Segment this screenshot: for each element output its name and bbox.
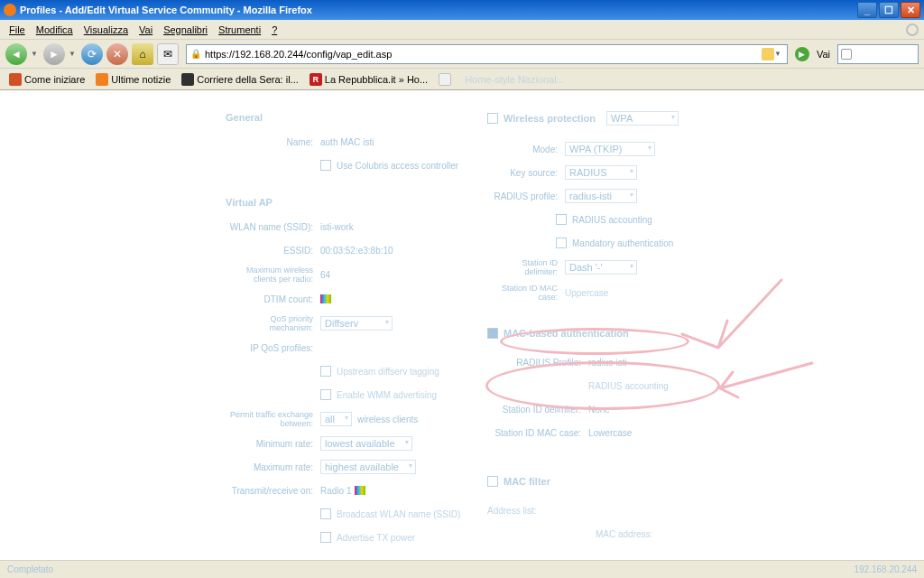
station-id-delim-select[interactable]: Dash '-' bbox=[565, 260, 637, 275]
url-dropdown[interactable]: ▼ bbox=[774, 50, 783, 58]
status-ip: 192.168.20.244 bbox=[854, 564, 917, 574]
advertise-label: Advertise TX power bbox=[337, 533, 415, 543]
back-button[interactable]: ◄ bbox=[5, 43, 27, 65]
menu-bookmarks[interactable]: Segnalibri bbox=[158, 23, 213, 37]
window-maximize-button[interactable]: ☐ bbox=[879, 2, 899, 18]
mac-station-id-delim-value[interactable]: None bbox=[588, 405, 610, 415]
menu-view[interactable]: Visualizza bbox=[79, 23, 134, 37]
wireless-protection-checkbox[interactable] bbox=[487, 113, 498, 124]
key-source-select[interactable]: RADIUS bbox=[565, 165, 637, 180]
permit-select[interactable]: all bbox=[320, 412, 352, 426]
bookmark-item-5[interactable] bbox=[435, 71, 457, 88]
mac-radius-profile-value[interactable]: radius-isti bbox=[588, 358, 627, 368]
back-dropdown[interactable]: ▼ bbox=[31, 50, 40, 58]
search-box[interactable] bbox=[837, 44, 919, 64]
bookmark-icon bbox=[439, 73, 451, 86]
mode-select[interactable]: WPA (TKIP) bbox=[565, 142, 655, 156]
use-controller-checkbox[interactable] bbox=[320, 160, 331, 171]
firefox-icon bbox=[4, 4, 16, 16]
mode-label: Mode: bbox=[487, 144, 565, 154]
forward-button[interactable]: ► bbox=[43, 43, 65, 65]
radius-profile-label: RADIUS profile: bbox=[487, 191, 565, 201]
mail-button[interactable]: ✉ bbox=[157, 43, 179, 65]
mac-address-label: MAC address: bbox=[596, 529, 652, 539]
menu-file[interactable]: File bbox=[4, 23, 31, 37]
radius-accounting-checkbox[interactable] bbox=[556, 214, 567, 225]
wlan-name-value[interactable]: isti-work bbox=[320, 222, 354, 232]
home-button[interactable]: ⌂ bbox=[132, 43, 153, 65]
stop-button[interactable]: ✕ bbox=[106, 43, 128, 65]
essid-label: ESSID: bbox=[226, 246, 320, 256]
bookmark-corriere[interactable]: Corriere della Sera: il... bbox=[178, 71, 302, 88]
broadcast-checkbox[interactable] bbox=[320, 508, 331, 519]
mac-station-id-case-value[interactable]: Lowercase bbox=[588, 428, 632, 438]
menu-edit[interactable]: Modifica bbox=[31, 23, 79, 37]
rss-icon bbox=[96, 73, 108, 86]
upstream-checkbox[interactable] bbox=[320, 366, 331, 377]
bookmark-label: Ultime notizie bbox=[111, 74, 171, 85]
mandatory-auth-checkbox[interactable] bbox=[556, 238, 567, 248]
station-id-case-value: Uppercase bbox=[565, 288, 608, 298]
cursor-artifact-icon bbox=[320, 294, 331, 303]
url-bar[interactable]: 🔒 ▼ bbox=[186, 44, 788, 64]
search-engine-icon[interactable] bbox=[841, 49, 852, 60]
menu-go[interactable]: Vai bbox=[134, 23, 158, 37]
mandatory-auth-label: Mandatory authentication bbox=[572, 238, 673, 248]
section-mac-filter-heading: MAC filter bbox=[504, 476, 550, 487]
url-input[interactable] bbox=[205, 49, 758, 60]
bookmark-homestyle[interactable]: Home-style Nazional... bbox=[461, 72, 568, 87]
window-close-button[interactable]: ✕ bbox=[901, 2, 920, 18]
mac-auth-checkbox[interactable] bbox=[487, 328, 498, 339]
status-bar: Completato 192.168.20.244 bbox=[0, 560, 924, 578]
dtim-label: DTIM count: bbox=[226, 294, 320, 304]
use-controller-label: Use Colubris access controller bbox=[337, 161, 458, 171]
bookmark-icon bbox=[181, 73, 194, 86]
navigation-toolbar: ◄▼ ►▼ ⟳ ✕ ⌂ ✉ 🔒 ▼ ▶ Vai bbox=[0, 40, 924, 69]
cursor-artifact-icon bbox=[355, 486, 365, 495]
bookmark-label: Corriere della Sera: il... bbox=[197, 74, 299, 85]
bookmark-label: Home-style Nazional... bbox=[465, 74, 565, 85]
essid-value: 00:03:52:e3:8b:10 bbox=[320, 246, 393, 256]
bookmark-icon: R bbox=[310, 73, 322, 86]
section-general-heading: General bbox=[226, 112, 487, 123]
advertise-checkbox[interactable] bbox=[320, 532, 331, 543]
go-button[interactable]: ▶ bbox=[795, 47, 809, 61]
station-id-case-label: Station ID MAC case: bbox=[487, 284, 565, 302]
permit-suffix: wireless clients bbox=[357, 415, 418, 424]
name-label: Name: bbox=[226, 137, 320, 147]
reload-button[interactable]: ⟳ bbox=[81, 43, 103, 65]
radius-profile-select[interactable]: radius-isti bbox=[565, 189, 637, 203]
bookmark-come-iniziare[interactable]: Come iniziare bbox=[5, 71, 88, 88]
menu-help[interactable]: ? bbox=[266, 23, 282, 37]
window-title: Profiles - Add/Edit Virtual Service Comm… bbox=[20, 5, 855, 15]
forward-dropdown[interactable]: ▼ bbox=[69, 50, 78, 58]
max-clients-label: Maximum wireless clients per radio: bbox=[226, 266, 320, 284]
wireless-protection-select[interactable]: WPA bbox=[606, 111, 679, 126]
secure-badge-icon bbox=[762, 48, 774, 61]
min-rate-label: Minimum rate: bbox=[226, 439, 320, 449]
bookmark-repubblica[interactable]: RLa Repubblica.it » Ho... bbox=[306, 71, 431, 88]
wmm-label: Enable WMM advertising bbox=[337, 390, 437, 400]
bookmark-icon bbox=[9, 73, 22, 86]
max-rate-select[interactable]: highest available bbox=[320, 460, 416, 474]
mac-station-id-delim-label: Station ID delimiter: bbox=[487, 405, 588, 415]
mac-radius-profile-label: RADIUS Profile: bbox=[487, 358, 588, 368]
radius-accounting-label: RADIUS accounting bbox=[572, 215, 652, 225]
menu-tools[interactable]: Strumenti bbox=[213, 23, 266, 37]
qos-mech-select[interactable]: Diffserv bbox=[320, 316, 393, 331]
key-source-label: Key source: bbox=[487, 168, 565, 178]
name-value[interactable]: auth MAC isti bbox=[320, 137, 374, 147]
bookmark-label: La Repubblica.it » Ho... bbox=[325, 74, 428, 85]
address-list-label: Address list: bbox=[487, 506, 536, 516]
mac-station-id-case-label: Station ID MAC case: bbox=[487, 428, 588, 438]
station-id-delim-label: Station ID delimiter: bbox=[487, 258, 565, 276]
broadcast-label: Broadcast WLAN name (SSID) bbox=[337, 509, 460, 519]
max-clients-value[interactable]: 64 bbox=[320, 270, 330, 280]
max-rate-label: Maximum rate: bbox=[226, 462, 320, 472]
menu-bar: File Modifica Visualizza Vai Segnalibri … bbox=[0, 20, 924, 40]
min-rate-select[interactable]: lowest available bbox=[320, 436, 412, 451]
window-minimize-button[interactable]: _ bbox=[857, 2, 877, 18]
bookmark-ultime-notizie[interactable]: Ultime notizie bbox=[92, 71, 174, 88]
mac-filter-checkbox[interactable] bbox=[487, 476, 498, 487]
wmm-checkbox[interactable] bbox=[320, 389, 331, 400]
